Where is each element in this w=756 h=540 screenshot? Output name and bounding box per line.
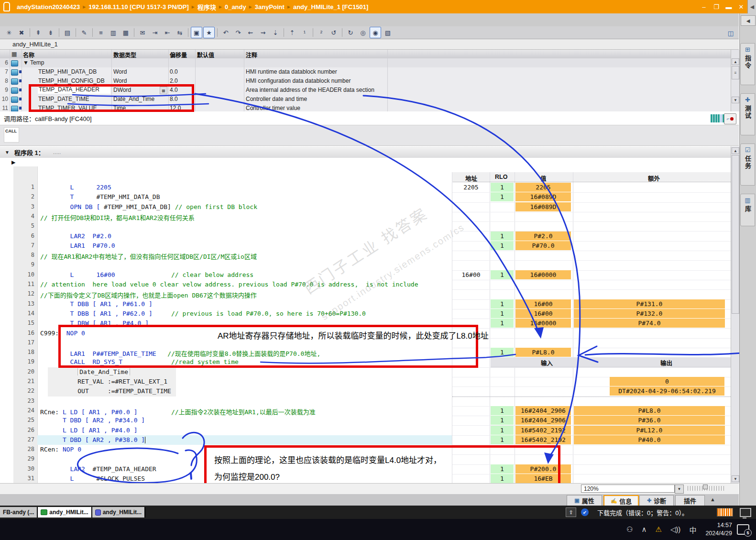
- code-line[interactable]: // 现在AR1和AR2中有地址了，但没有指向任何区域DB区/DI区/M区或io…: [40, 252, 451, 261]
- table-row[interactable]: 9TEMP_DATA_HEADERDWord▦4.0Area internal …: [0, 86, 731, 95]
- code-line[interactable]: T DBB [ AR1 , P#61.0 ]: [40, 300, 451, 308]
- settings-icon[interactable]: ▧: [382, 27, 394, 38]
- variable-datatype[interactable]: Date_And_Time: [113, 96, 159, 102]
- call-structure-icon[interactable]: ⇜: [245, 27, 256, 38]
- code-line[interactable]: RCen: NOP 0: [40, 446, 451, 453]
- move-down-icon[interactable]: ⇟: [45, 27, 56, 38]
- table-row[interactable]: 8TEMP_HMI_CONFIG_DBWord2.0HMI configurat…: [0, 77, 731, 86]
- speaker-icon[interactable]: ◁)): [670, 525, 681, 534]
- open-blocks-icon[interactable]: ▤: [62, 27, 73, 38]
- pc-status-icon[interactable]: [740, 508, 751, 517]
- code-line[interactable]: // attention here load velue 0 clear vel…: [40, 281, 451, 288]
- variable-comment[interactable]: Area internal address of the HEADER data…: [246, 87, 387, 93]
- edit-icon[interactable]: ✎: [78, 27, 90, 38]
- code-line[interactable]: Date_And_Time: [40, 368, 451, 375]
- refresh-icon[interactable]: ↺: [328, 27, 340, 38]
- second-scan-icon[interactable]: ²: [316, 27, 327, 38]
- breadcrumb-item[interactable]: andyStation20240423: [17, 3, 80, 11]
- move-up-icon[interactable]: ⇞: [33, 27, 44, 38]
- code-line[interactable]: OPN DB [ #TEMP_HMI_DATA_DB] // open firs…: [40, 203, 451, 210]
- code-line[interactable]: T DBW [ AR1 , P#4.0 ]: [40, 320, 451, 327]
- code-line[interactable]: LAR1 P##TEMP_DATE_TIME //现在使用临时变量8.0替换上面…: [40, 349, 451, 358]
- table-scrollbar[interactable]: ▲ ≡ ▼: [731, 50, 739, 111]
- collapse-networks-icon[interactable]: ▦: [120, 27, 131, 38]
- redo-icon[interactable]: ↷: [232, 27, 244, 38]
- code-line[interactable]: L 16#00 // clear below address: [40, 271, 451, 278]
- variable-name[interactable]: TEMP_DATE_TIME: [38, 96, 110, 102]
- variable-comment[interactable]: Controller timer value: [246, 105, 387, 111]
- tab-plugins[interactable]: 插件: [675, 495, 705, 506]
- variable-name[interactable]: TEMP_DATA_HEADER: [38, 86, 110, 94]
- panel-collapse-button[interactable]: ◀: [741, 15, 756, 26]
- download-log-icon[interactable]: ⇪: [566, 507, 576, 517]
- people-tray-icon[interactable]: ⚇: [626, 525, 633, 534]
- monitoring-button[interactable]: ⌐: [724, 113, 736, 124]
- variable-comment[interactable]: HMI runtime data datablock number: [246, 68, 387, 75]
- code-line[interactable]: CALL RD_SYS_T //read system time: [40, 358, 451, 365]
- zoom-select-arrow[interactable]: ▼: [675, 485, 684, 494]
- call-badge[interactable]: CALL: [4, 127, 19, 143]
- favorites-icon[interactable]: ★: [203, 27, 215, 38]
- editor-tab[interactable]: FB-andy (...: [0, 507, 38, 518]
- breadcrumb-item[interactable]: 3anyPoint: [255, 3, 285, 11]
- variable-name[interactable]: ▼ Temp: [23, 59, 95, 66]
- variable-name[interactable]: TEMP_TIMER_VALUE: [38, 105, 110, 111]
- code-line[interactable]: //下面的指令定义了DB区域内操作，也就是上面open DB67这个数据块内操作: [40, 290, 451, 299]
- swap-operands-icon[interactable]: ⇆: [174, 27, 186, 38]
- clock[interactable]: 14:57 2024/4/29: [705, 521, 732, 538]
- goto-prev-icon[interactable]: ⇤: [162, 27, 173, 38]
- network-warning-icon[interactable]: ⚠: [655, 525, 661, 534]
- breadcrumb-item[interactable]: 192.168.11.10 [CPU 1517-3 PN/DP]: [88, 3, 189, 11]
- breadcrumb-item[interactable]: 程序块: [197, 2, 216, 11]
- side-tab-instructions[interactable]: ⊞指令: [740, 43, 755, 85]
- code-line[interactable]: T #TEMP_HMI_DATA_DB: [40, 193, 451, 200]
- sync-icon[interactable]: ↻: [345, 27, 356, 38]
- table-row[interactable]: 7TEMP_HMI_DATA_DBWord0.0HMI runtime data…: [0, 67, 731, 77]
- table-row[interactable]: 6▼ Temp: [0, 58, 731, 68]
- editor-scrollbar[interactable]: ▲ ▼: [731, 146, 739, 483]
- code-line[interactable]: T DBD [ AR2 , P#38.0 ]: [40, 436, 451, 444]
- expand-networks-icon[interactable]: ▥: [108, 27, 119, 38]
- network-collapse-icon[interactable]: ▼: [5, 150, 10, 155]
- side-tab-libraries[interactable]: ▥库: [740, 194, 755, 226]
- assignment-list-icon[interactable]: ⇝: [257, 27, 269, 38]
- tab-properties[interactable]: ▣属性: [567, 495, 602, 506]
- code-line[interactable]: T DBB [ AR1 , P#62.0 ] // previous is lo…: [40, 310, 451, 317]
- absolute-operands-icon[interactable]: ▣: [191, 27, 202, 38]
- variable-comment[interactable]: HMI configuration data datablock number: [246, 77, 387, 84]
- code-line[interactable]: OUT :=#TEMP_DATE_TIME: [40, 387, 451, 395]
- editor-tab[interactable]: andy_HMILit...: [38, 507, 92, 518]
- col-header-name[interactable]: 名称: [23, 51, 34, 59]
- col-header-default[interactable]: 默认值: [197, 51, 214, 59]
- maximize-button[interactable]: ▬: [723, 1, 735, 12]
- upload-from-device-icon[interactable]: ⇡: [286, 27, 298, 38]
- minimize-button[interactable]: –: [698, 1, 710, 12]
- variable-datatype[interactable]: Word: [113, 77, 159, 84]
- tab-diagnostics[interactable]: ✚诊断: [639, 495, 674, 506]
- code-line[interactable]: LAR2 P#2.0: [40, 232, 451, 240]
- code-line[interactable]: L LD [ AR1 , P#4.0 ]: [40, 427, 451, 434]
- code-line[interactable]: RET_VAL :=#RET_VAL_EXT_1: [40, 378, 451, 385]
- code-line[interactable]: T DBD [ AR2 , P#34.0 ]: [40, 417, 451, 424]
- network-list-icon[interactable]: ≡: [95, 27, 107, 38]
- ime-indicator[interactable]: 中: [689, 525, 696, 535]
- breadcrumb-item[interactable]: 0_andy: [225, 3, 246, 11]
- undo-icon[interactable]: ↶: [220, 27, 231, 38]
- first-scan-icon[interactable]: ¹: [299, 27, 310, 38]
- side-tab-testing[interactable]: ✚测试: [740, 93, 755, 135]
- variable-datatype[interactable]: DWord: [113, 87, 159, 93]
- code-line[interactable]: L 2205: [40, 184, 451, 191]
- zoom-slider-knob[interactable]: [703, 485, 708, 489]
- network-comment[interactable]: .....: [53, 149, 61, 155]
- goto-next-icon[interactable]: ⇥: [149, 27, 161, 38]
- code-line[interactable]: // 打开任何DB块和DI块，都与AR1和AR2没有任何关系: [40, 213, 451, 222]
- tray-expand-icon[interactable]: ∧: [641, 525, 646, 534]
- comment-icon[interactable]: ✉: [137, 27, 148, 38]
- side-tab-tasks[interactable]: ☑任务: [740, 143, 755, 186]
- table-row[interactable]: 10TEMP_DATE_TIMEDate_And_Time8.0Controll…: [0, 95, 731, 104]
- close-button[interactable]: ✕: [735, 1, 747, 12]
- insert-network-icon[interactable]: ✳: [3, 27, 15, 38]
- variable-name[interactable]: TEMP_HMI_CONFIG_DB: [38, 77, 110, 84]
- variable-datatype[interactable]: Time: [113, 105, 159, 111]
- col-header-offset[interactable]: 偏移量: [170, 51, 187, 59]
